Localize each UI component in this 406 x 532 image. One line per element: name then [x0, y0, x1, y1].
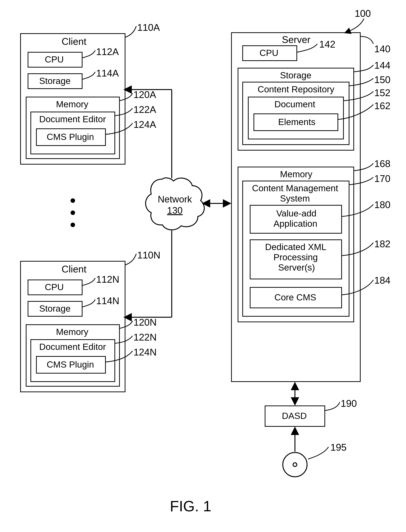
server-storage-ref: 144 [374, 60, 391, 71]
server-repo-ref: 150 [374, 74, 391, 85]
client-n-block: Client 110N CPU 112N Storage 114N Memory… [21, 250, 160, 392]
svg-point-6 [71, 198, 75, 203]
server-cpu-ref: 142 [319, 39, 335, 50]
client-a-title: Client [62, 36, 87, 47]
client-n-cpu-ref: 112N [96, 274, 119, 285]
server-cms-ref: 170 [374, 173, 391, 184]
server-xml1: Dedicated XML [265, 242, 326, 252]
client-a-storage: Storage [39, 76, 71, 86]
server-ref: 140 [374, 43, 391, 54]
client-a-plugin: CMS Plugin [47, 132, 94, 142]
client-a-editor-ref: 122A [133, 104, 156, 115]
server-valueadd1: Value-add [276, 208, 316, 218]
client-a-block: Client 110A CPU 112A Storage 114A Memory… [21, 22, 160, 164]
client-a-memory: Memory [56, 99, 88, 109]
server-cpu: CPU [260, 48, 278, 58]
client-n-title: Client [62, 264, 87, 274]
server-elements: Elements [278, 117, 315, 127]
client-a-storage-ref: 114A [96, 68, 119, 79]
disc-ref: 195 [330, 442, 347, 453]
server-core-ref: 184 [374, 275, 391, 286]
client-a-plugin-ref: 124A [133, 119, 156, 130]
client-n-memory: Memory [56, 327, 88, 337]
client-n-ref: 110N [137, 250, 160, 260]
server-core: Core CMS [274, 292, 316, 302]
server-valueadd-ref: 180 [374, 199, 391, 210]
client-n-storage-ref: 114N [96, 295, 119, 306]
svg-point-34 [293, 463, 297, 467]
svg-point-7 [71, 210, 75, 215]
server-document: Document [274, 99, 315, 109]
client-n-memory-ref: 120N [133, 317, 157, 328]
server-title: Server [282, 34, 311, 45]
server-block: Server 140 CPU 142 Storage 144 Content R… [232, 33, 391, 381]
server-cms1: Content Management [252, 183, 338, 193]
client-n-plugin: CMS Plugin [47, 359, 94, 369]
dasd-ref: 190 [341, 398, 357, 409]
svg-rect-22 [238, 68, 354, 150]
dasd-label: DASD [282, 411, 307, 421]
server-repo: Content Repository [258, 84, 334, 94]
client-a-editor: Document Editor [39, 114, 106, 124]
client-n-cpu: CPU [45, 282, 64, 292]
server-xml-ref: 182 [374, 238, 391, 249]
server-elements-ref: 162 [374, 101, 391, 111]
server-document-ref: 152 [374, 87, 391, 98]
network-ref: 130 [167, 205, 182, 216]
client-a-cpu: CPU [45, 55, 64, 64]
system-ref: 100 [355, 8, 371, 19]
client-n-plugin-ref: 124N [133, 347, 157, 358]
diagram: 100 Client 110A CPU 112A Storage 114A Me… [0, 0, 406, 532]
client-n-editor-ref: 122N [133, 332, 157, 343]
server-memory: Memory [280, 169, 312, 179]
svg-point-8 [71, 223, 75, 227]
server-storage: Storage [280, 70, 311, 80]
server-valueadd2: Application [274, 219, 317, 229]
figure-label: FIG. 1 [170, 498, 211, 514]
server-cms2: System [280, 194, 310, 203]
client-a-memory-ref: 120A [133, 89, 156, 100]
server-memory-ref: 168 [374, 158, 391, 169]
client-a-ref: 110A [137, 22, 160, 33]
server-xml2: Processing [274, 252, 318, 262]
client-n-editor: Document Editor [39, 342, 106, 352]
network-label: Network [158, 194, 192, 205]
server-xml3: Server(s) [278, 263, 315, 273]
client-a-cpu-ref: 112A [96, 46, 119, 57]
client-n-storage: Storage [39, 304, 71, 314]
disc-icon [283, 453, 307, 477]
